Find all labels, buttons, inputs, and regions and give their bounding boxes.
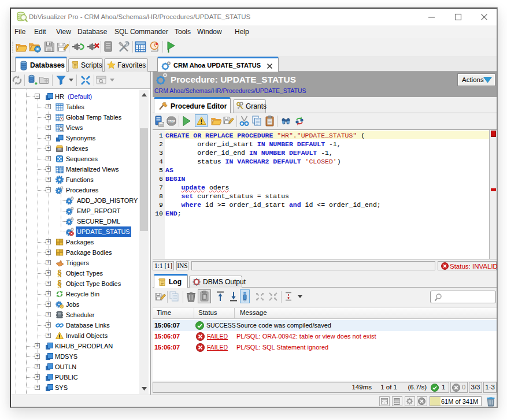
svg-text:STOP: STOP xyxy=(168,120,175,123)
